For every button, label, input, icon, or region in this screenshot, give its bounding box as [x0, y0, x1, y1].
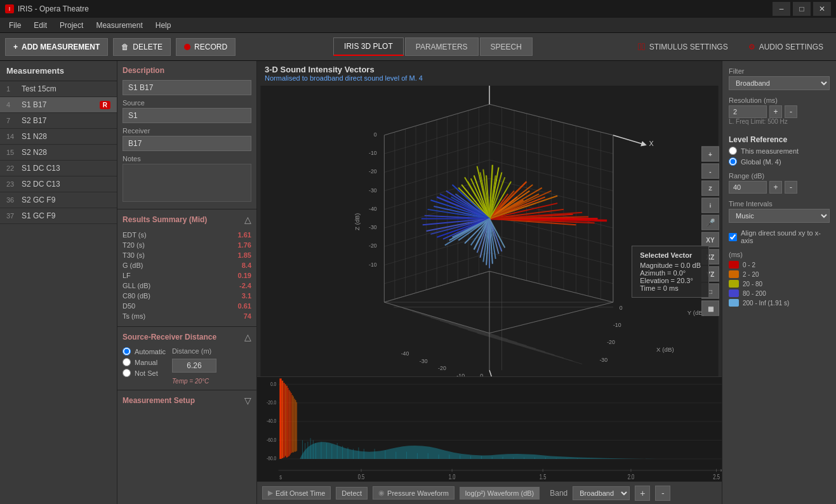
tab-parameters[interactable]: PARAMETERS: [405, 37, 479, 56]
svg-text:1.0: 1.0: [449, 474, 456, 481]
radio-global[interactable]: Global (M. 4): [729, 157, 830, 166]
resolution-input[interactable]: [729, 105, 767, 118]
svg-rect-189: [294, 399, 295, 452]
sidebar-item-label: S1 B17: [22, 100, 100, 109]
menu-bar: File Edit Project Measurement Help: [0, 18, 836, 33]
zoom-in-button[interactable]: +: [701, 147, 719, 162]
range-input[interactable]: [729, 181, 767, 194]
measurement-setup-header: Measurement Setup ▽: [123, 395, 251, 406]
detect-button[interactable]: Detect: [336, 487, 368, 500]
radio-manual[interactable]: Manual: [123, 358, 166, 366]
record-button[interactable]: RECORD: [176, 38, 236, 56]
sidebar-item-s1dcc13[interactable]: 22 S1 DC C13: [0, 161, 117, 176]
edit-onset-button[interactable]: ▶ Edit Onset Time: [262, 486, 331, 500]
sidebar-item-test15cm[interactable]: 1 Test 15cm: [0, 81, 117, 97]
filter-section: Filter Broadband: [729, 67, 830, 90]
legend-color-2: [729, 280, 739, 288]
align-section: Align direct sound xy to x-axis: [729, 229, 830, 244]
sidebar-item-s2b17[interactable]: 7 S2 B17: [0, 113, 117, 129]
close-button[interactable]: ✕: [813, 2, 831, 16]
notes-field[interactable]: [123, 164, 251, 202]
sidebar-item-s1gcf9[interactable]: 37 S1 GC F9: [0, 208, 117, 224]
plus-icon: +: [13, 43, 18, 51]
sidebar-item-num: 15: [6, 149, 22, 156]
band-select[interactable]: Broadband: [573, 486, 630, 500]
menu-edit[interactable]: Edit: [27, 20, 53, 31]
zoom-out-waveform-button[interactable]: -: [655, 486, 670, 501]
filter-select[interactable]: Broadband: [729, 76, 830, 90]
receiver-field[interactable]: [123, 136, 251, 151]
waveform-area: 0.0 -20.0 -40.0 -60.0 -80.0: [257, 376, 722, 481]
log-waveform-button[interactable]: log(p²) Waveform (dB): [460, 487, 540, 500]
measurement-setup-section: Measurement Setup ▽: [117, 390, 256, 416]
level-ref-title: Level Reference: [729, 135, 830, 144]
add-measurement-button[interactable]: + ADD MEASUREMENT: [5, 38, 108, 56]
delete-button[interactable]: 🗑 DELETE: [113, 38, 171, 56]
results-summary-header: Results Summary (Mid) △: [123, 215, 251, 225]
result-c80: C80 (dB) 3.1: [123, 291, 251, 301]
audio-settings-button[interactable]: ⚙ AUDIO SETTINGS: [741, 39, 831, 55]
filter-label: Filter: [729, 67, 830, 75]
description-section: Description Source Receiver Notes: [117, 61, 256, 209]
svg-text:0.0: 0.0: [270, 381, 277, 387]
sidebar-item-s2gcf9[interactable]: 36 S2 GC F9: [0, 192, 117, 208]
menu-file[interactable]: File: [3, 20, 27, 31]
time-intervals-select[interactable]: Music: [729, 209, 830, 223]
info-button[interactable]: i: [701, 198, 719, 213]
tab-iris-3d-plot[interactable]: IRIS 3D PLOT: [333, 37, 404, 56]
sr-expand-button[interactable]: △: [244, 332, 251, 342]
align-checkbox[interactable]: [729, 233, 737, 241]
menu-help[interactable]: Help: [149, 20, 178, 31]
tab-speech[interactable]: SPEECH: [480, 37, 533, 56]
maximize-button[interactable]: □: [793, 2, 811, 16]
legend-title: (ms): [729, 251, 830, 258]
svg-text:-30: -30: [599, 357, 607, 363]
svg-rect-178: [279, 378, 281, 459]
minimize-button[interactable]: –: [773, 2, 790, 16]
sidebar-item-s2dcc13[interactable]: 23 S2 DC C13: [0, 176, 117, 192]
sidebar-item-label: Test 15cm: [22, 84, 110, 93]
result-gll: GLL (dB) -2.4: [123, 281, 251, 291]
sidebar-item-s2n28[interactable]: 15 S2 N28: [0, 145, 117, 161]
sidebar-item-num: 36: [6, 196, 22, 204]
ms-expand-button[interactable]: ▽: [244, 395, 251, 406]
svg-rect-167: [257, 377, 722, 481]
resolution-minus[interactable]: -: [785, 105, 797, 118]
sidebar-item-s1n28[interactable]: 14 S1 N28: [0, 129, 117, 145]
plot-area: 3-D Sound Intensity Vectors Normalised t…: [257, 61, 722, 504]
radio-notset[interactable]: Not Set: [123, 369, 166, 377]
distance-value[interactable]: [172, 359, 216, 373]
align-checkbox-item[interactable]: Align direct sound xy to x-axis: [729, 229, 830, 244]
mic-button[interactable]: 🎤: [701, 215, 719, 230]
xy-button[interactable]: XY: [701, 232, 719, 248]
menu-project[interactable]: Project: [53, 20, 90, 31]
vector-azimuth: Azimuth = 0.0°: [640, 269, 701, 277]
description-header: Description: [123, 66, 251, 75]
svg-text:-30: -30: [369, 187, 377, 194]
grid-button[interactable]: ▦: [701, 301, 719, 316]
zoom-in-waveform-button[interactable]: +: [635, 486, 650, 501]
source-receiver-section: Source-Receiver Distance △ Automatic Man…: [117, 327, 256, 390]
waveform-svg: 0.0 -20.0 -40.0 -60.0 -80.0: [257, 377, 722, 481]
range-plus[interactable]: +: [769, 181, 782, 194]
sidebar-item-s1b17[interactable]: 4 S1 B17 R: [0, 97, 117, 113]
stimulus-settings-button[interactable]: 𝐌𝓄 STIMULUS SETTINGS: [630, 37, 736, 56]
radio-automatic[interactable]: Automatic: [123, 347, 166, 355]
svg-text:0.5: 0.5: [358, 474, 365, 481]
description-field[interactable]: [123, 80, 251, 95]
radio-this-measurement[interactable]: This measurement: [729, 147, 830, 155]
color-legend: 0 - 2 2 - 20 20 - 80 80 - 200 200 - Inf …: [729, 261, 830, 307]
menu-measurement[interactable]: Measurement: [90, 20, 149, 31]
zoom-out-button[interactable]: -: [701, 164, 719, 179]
range-minus[interactable]: -: [785, 181, 797, 194]
zoom-reset-button[interactable]: Z: [701, 181, 719, 196]
source-field[interactable]: [123, 108, 251, 123]
vector-elevation: Elevation = 20.3°: [640, 277, 701, 284]
svg-text:s: s: [279, 474, 282, 481]
detail-panel: Description Source Receiver Notes Result…: [117, 61, 257, 504]
resolution-plus[interactable]: +: [769, 105, 782, 118]
results-expand-button[interactable]: △: [244, 215, 251, 225]
freq-limit-hint: L. Freq Limit: 500 Hz: [729, 118, 830, 125]
pressure-waveform-button[interactable]: ◉ Pressure Waveform: [373, 486, 454, 500]
result-g: G (dB) 8.4: [123, 260, 251, 270]
